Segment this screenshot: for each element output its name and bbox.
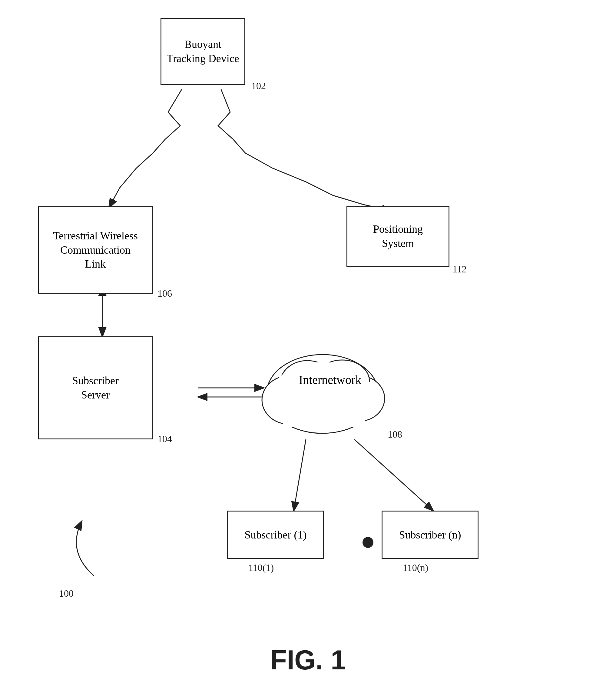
figure-label: FIG. 1 — [270, 645, 346, 676]
svg-point-15 — [362, 537, 373, 548]
terrestrial-wireless-box: Terrestrial Wireless Communication Link — [38, 206, 153, 294]
svg-point-11 — [271, 362, 374, 429]
internetwork-label: Internetwork — [288, 373, 372, 387]
svg-rect-12 — [283, 394, 365, 427]
ref-110n: 110(n) — [403, 562, 428, 573]
ref-112: 112 — [452, 264, 467, 275]
subscriber-n-box: Subscriber (n) — [382, 511, 478, 559]
positioning-label: Positioning System — [373, 222, 423, 251]
positioning-system-box: Positioning System — [346, 206, 449, 267]
ref-108: 108 — [388, 429, 402, 440]
subscriber-n-label: Subscriber (n) — [399, 528, 461, 542]
subscriber-1-label: Subscriber (1) — [245, 528, 307, 542]
subscriber-1-box: Subscriber (1) — [227, 511, 324, 559]
terrestrial-label: Terrestrial Wireless Communication Link — [53, 229, 138, 271]
subscriber-server-label: Subscriber Server — [72, 374, 119, 402]
ref-102: 102 — [252, 80, 266, 91]
buoyant-tracking-device-box: Buoyant Tracking Device — [161, 18, 245, 85]
ref-100: 100 — [59, 588, 74, 599]
svg-line-14 — [354, 439, 433, 511]
ref-106: 106 — [157, 288, 172, 299]
subscriber-server-box: Subscriber Server — [38, 336, 153, 439]
ref-104: 104 — [157, 433, 172, 445]
buoyant-label: Buoyant Tracking Device — [167, 37, 239, 66]
ref-1101: 110(1) — [248, 562, 274, 573]
svg-line-13 — [294, 439, 306, 511]
svg-point-6 — [267, 354, 378, 433]
